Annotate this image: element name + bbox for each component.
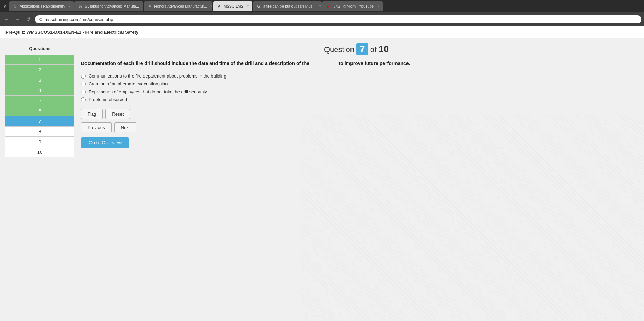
- tab-icon-mssc: A: [217, 4, 221, 9]
- current-question-number: 7: [356, 43, 368, 55]
- question-number-5: 5: [38, 98, 41, 103]
- question-number-6: 6: [38, 108, 41, 114]
- question-number-7: 7: [38, 119, 41, 124]
- option-label-3: Reprimands of employees that do not take…: [89, 89, 207, 94]
- question-item-7[interactable]: 7: [5, 116, 74, 127]
- tab-close-mssc[interactable]: ×: [247, 4, 249, 8]
- tab-label-honors: Honors Advanced Manufactur...: [154, 4, 207, 8]
- question-item-8[interactable]: 8: [5, 127, 74, 137]
- main-content: Question 7 of 10 Documentation of each f…: [74, 44, 639, 157]
- question-label: Question: [324, 45, 354, 54]
- questions-sidebar: Questions 1 2 3 4 5 6 7 8: [5, 44, 74, 157]
- question-number-3: 3: [38, 78, 41, 83]
- forward-button[interactable]: →: [14, 16, 22, 23]
- option-item-1[interactable]: Communications to the fire department ab…: [81, 73, 632, 79]
- tab-close-honors[interactable]: ×: [210, 4, 212, 8]
- tab-honors[interactable]: ≡ Honors Advanced Manufactur... ×: [144, 1, 212, 11]
- question-item-9[interactable]: 9: [5, 137, 74, 147]
- page-wrapper: Pre-Quiz: WMSSCOS1-DX14XEN-E1 - Fire and…: [0, 26, 644, 321]
- question-number-2: 2: [38, 67, 41, 72]
- reload-button[interactable]: ↺: [25, 16, 32, 23]
- question-item-10[interactable]: 10: [5, 147, 74, 157]
- address-text: mssctraining.com/lms/courses.php: [45, 17, 113, 22]
- tab-syllabus[interactable]: ◎ Syllabus for Advanced Manufa... ×: [74, 1, 143, 11]
- tab-label-fire: a fire can be put out safely us...: [263, 4, 316, 8]
- nav-buttons: Previous Next: [81, 122, 632, 132]
- questions-sidebar-label: Questions: [5, 44, 74, 53]
- previous-button[interactable]: Previous: [81, 122, 112, 132]
- reset-button[interactable]: Reset: [105, 109, 130, 119]
- option-radio-4[interactable]: [81, 97, 86, 102]
- tab-close-applications[interactable]: ×: [69, 4, 71, 8]
- tab-youtube[interactable]: ▶ (742) @74gm - YouTube ×: [322, 1, 383, 11]
- option-label-1: Communications to the fire department ab…: [89, 73, 226, 79]
- tab-icon-syllabus: ◎: [78, 4, 83, 9]
- tab-close-youtube[interactable]: ×: [377, 4, 379, 8]
- tab-bar: ∨ N Applications | RapidIdentity × ◎ Syl…: [0, 0, 644, 12]
- question-number-4: 4: [38, 88, 41, 93]
- total-question-number: 10: [379, 44, 389, 54]
- secure-icon: ⊙: [39, 17, 43, 22]
- tab-label-youtube: (742) @74gm - YouTube: [333, 4, 374, 8]
- question-number-1: 1: [38, 57, 41, 62]
- options-list: Communications to the fire department ab…: [81, 73, 632, 102]
- tab-icon-fire: G: [256, 4, 261, 9]
- option-radio-3[interactable]: [81, 90, 86, 94]
- go-to-overview-button[interactable]: Go to Overview: [81, 137, 129, 148]
- option-item-3[interactable]: Reprimands of employees that do not take…: [81, 89, 632, 94]
- flag-button[interactable]: Flag: [81, 109, 103, 119]
- of-label: of: [370, 45, 377, 54]
- back-button[interactable]: ←: [3, 16, 11, 23]
- quiz-title: Pre-Quiz: WMSSCOS1-DX14XEN-E1 - Fire and…: [5, 29, 138, 35]
- tab-fire[interactable]: G a fire can be put out safely us... ×: [253, 1, 322, 11]
- tab-icon-youtube: ▶: [326, 4, 331, 9]
- option-item-2[interactable]: Creation of an alternate evacuation plan: [81, 81, 632, 86]
- address-bar[interactable]: ⊙ mssctraining.com/lms/courses.php: [35, 15, 641, 23]
- option-radio-1[interactable]: [81, 74, 86, 79]
- tab-label-applications: Applications | RapidIdentity: [20, 4, 65, 8]
- question-item-1[interactable]: 1: [5, 55, 74, 65]
- question-counter: Question 7 of 10: [81, 44, 632, 55]
- tab-icon-honors: ≡: [147, 4, 152, 9]
- question-number-10: 10: [37, 150, 42, 155]
- tab-label-mssc: MSSC LMS: [223, 4, 243, 8]
- option-label-2: Creation of an alternate evacuation plan: [89, 81, 168, 86]
- quiz-header: Pre-Quiz: WMSSCOS1-DX14XEN-E1 - Fire and…: [0, 26, 644, 38]
- tab-dropdown-btn[interactable]: ∨: [1, 2, 9, 10]
- tab-close-fire[interactable]: ×: [319, 4, 321, 8]
- address-bar-row: ← → ↺ ⊙ mssctraining.com/lms/courses.php: [0, 12, 644, 26]
- question-number-8: 8: [38, 129, 41, 134]
- action-buttons: Flag Reset: [81, 109, 632, 119]
- quiz-body: Questions 1 2 3 4 5 6 7 8: [0, 38, 644, 163]
- next-button[interactable]: Next: [114, 122, 137, 132]
- question-item-2[interactable]: 2: [5, 65, 74, 75]
- tab-mssc[interactable]: A MSSC LMS ×: [213, 1, 252, 11]
- tab-close-syllabus[interactable]: ×: [142, 4, 143, 8]
- option-radio-2[interactable]: [81, 82, 86, 86]
- question-number-9: 9: [38, 139, 41, 144]
- question-item-5[interactable]: 5: [5, 96, 74, 106]
- option-item-4[interactable]: Problems observed: [81, 97, 632, 102]
- question-item-3[interactable]: 3: [5, 75, 74, 85]
- tab-icon-applications: N: [13, 4, 18, 9]
- browser-chrome: ∨ N Applications | RapidIdentity × ◎ Syl…: [0, 0, 644, 26]
- question-item-4[interactable]: 4: [5, 85, 74, 96]
- tab-label-syllabus: Syllabus for Advanced Manufa...: [85, 4, 139, 8]
- question-item-6[interactable]: 6: [5, 106, 74, 116]
- option-label-4: Problems observed: [89, 97, 127, 102]
- tab-applications[interactable]: N Applications | RapidIdentity ×: [9, 1, 74, 11]
- question-text: Documentation of each fire drill should …: [81, 60, 632, 67]
